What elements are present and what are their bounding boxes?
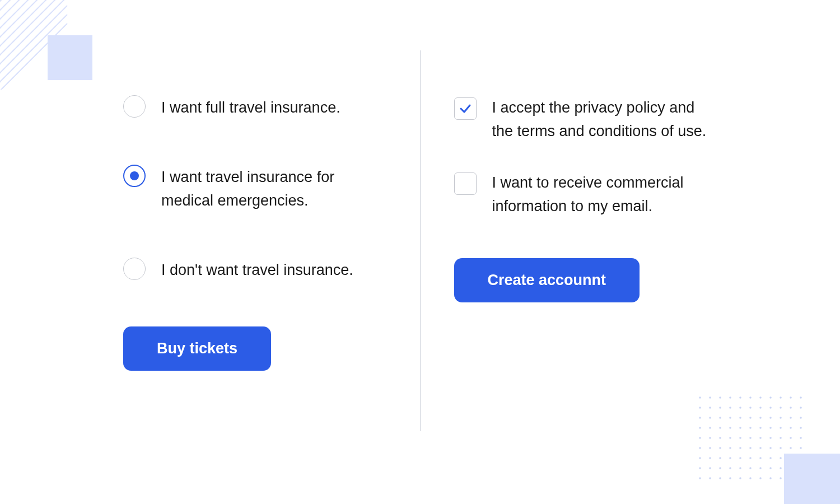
svg-point-59 [719, 437, 721, 439]
svg-point-65 [780, 437, 782, 439]
svg-point-57 [699, 437, 701, 439]
decor-square-bottom [784, 454, 840, 504]
svg-point-86 [769, 457, 772, 459]
svg-point-91 [709, 467, 711, 469]
svg-point-80 [709, 457, 711, 459]
svg-point-107 [759, 477, 762, 479]
form-container: I want full travel insurance. I want tra… [0, 50, 840, 431]
svg-point-76 [780, 447, 782, 449]
svg-point-98 [780, 467, 782, 469]
checkbox-commercial-info[interactable]: I want to receive commercial information… [454, 170, 717, 218]
radio-icon [123, 165, 146, 187]
radio-medical-insurance[interactable]: I want travel insurance for medical emer… [123, 165, 386, 213]
svg-point-101 [699, 477, 701, 479]
svg-point-70 [719, 447, 721, 449]
checkbox-label: I accept the privacy policy and the term… [492, 95, 717, 143]
create-account-button[interactable]: Create accounnt [454, 258, 640, 302]
svg-point-58 [709, 437, 711, 439]
svg-point-64 [769, 437, 772, 439]
svg-point-104 [729, 477, 731, 479]
radio-dot-icon [130, 171, 139, 180]
svg-point-71 [729, 447, 731, 449]
svg-point-82 [729, 457, 731, 459]
radio-label: I want full travel insurance. [161, 95, 340, 120]
svg-point-77 [790, 447, 792, 449]
svg-point-84 [749, 457, 752, 459]
svg-point-95 [749, 467, 752, 469]
svg-point-81 [719, 457, 721, 459]
svg-point-105 [739, 477, 741, 479]
svg-point-103 [719, 477, 721, 479]
radio-label: I don't want travel insurance. [161, 258, 353, 282]
svg-point-87 [780, 457, 782, 459]
svg-point-69 [709, 447, 711, 449]
checkbox-privacy-policy[interactable]: I accept the privacy policy and the term… [454, 95, 717, 143]
svg-point-72 [739, 447, 741, 449]
svg-point-73 [749, 447, 752, 449]
svg-point-83 [739, 457, 741, 459]
svg-point-67 [800, 437, 802, 439]
account-checkbox-group: I accept the privacy policy and the term… [454, 95, 717, 218]
svg-point-61 [739, 437, 741, 439]
svg-point-102 [709, 477, 711, 479]
svg-point-106 [749, 477, 752, 479]
radio-no-insurance[interactable]: I don't want travel insurance. [123, 258, 386, 282]
svg-point-63 [759, 437, 762, 439]
check-icon [459, 102, 472, 115]
radio-icon [123, 258, 146, 280]
svg-point-92 [719, 467, 721, 469]
radio-label: I want travel insurance for medical emer… [161, 165, 386, 213]
svg-point-68 [699, 447, 701, 449]
radio-full-insurance[interactable]: I want full travel insurance. [123, 95, 386, 120]
svg-point-108 [769, 477, 772, 479]
radio-icon [123, 95, 146, 118]
checkbox-label: I want to receive commercial information… [492, 170, 717, 218]
svg-point-93 [729, 467, 731, 469]
svg-point-62 [749, 437, 752, 439]
svg-point-79 [699, 457, 701, 459]
svg-point-78 [800, 447, 802, 449]
svg-point-66 [790, 437, 792, 439]
svg-point-97 [769, 467, 772, 469]
svg-point-109 [780, 477, 782, 479]
checkbox-icon [454, 97, 477, 120]
svg-point-85 [759, 457, 762, 459]
account-panel: I accept the privacy policy and the term… [421, 50, 751, 431]
svg-point-74 [759, 447, 762, 449]
insurance-panel: I want full travel insurance. I want tra… [90, 50, 420, 431]
buy-tickets-button[interactable]: Buy tickets [123, 326, 271, 371]
checkbox-icon [454, 172, 477, 195]
svg-point-90 [699, 467, 701, 469]
insurance-radio-group: I want full travel insurance. I want tra… [123, 95, 386, 282]
svg-point-75 [769, 447, 772, 449]
svg-point-96 [759, 467, 762, 469]
svg-point-94 [739, 467, 741, 469]
svg-point-60 [729, 437, 731, 439]
